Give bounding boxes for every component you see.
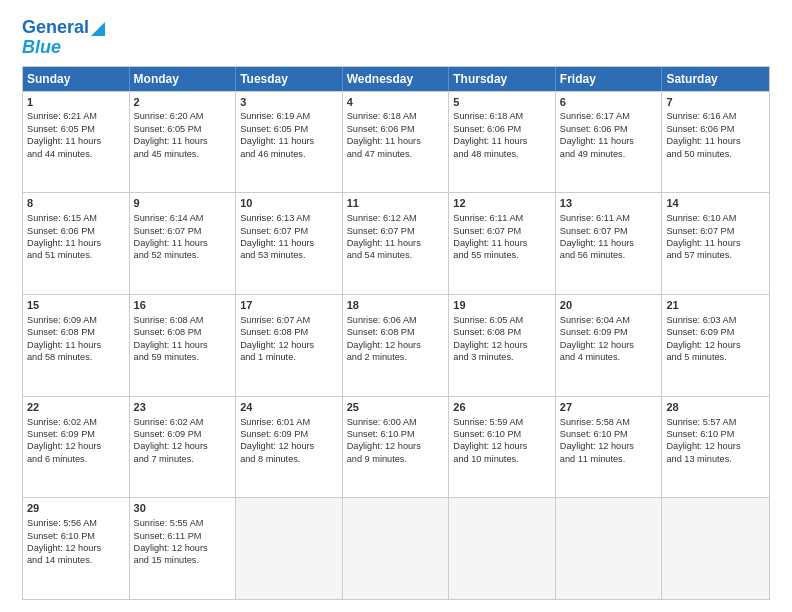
day-number: 4 [347,95,445,110]
calendar-cell: 5Sunrise: 6:18 AMSunset: 6:06 PMDaylight… [449,92,556,193]
day-info-line: Sunset: 6:10 PM [27,530,125,542]
day-number: 22 [27,400,125,415]
day-info-line: Sunrise: 5:55 AM [134,517,232,529]
day-number: 2 [134,95,232,110]
day-info-line: Sunrise: 6:03 AM [666,314,765,326]
calendar-cell: 13Sunrise: 6:11 AMSunset: 6:07 PMDayligh… [556,193,663,294]
day-info-line: Daylight: 11 hours [347,237,445,249]
day-number: 24 [240,400,338,415]
day-number: 10 [240,196,338,211]
day-info-line: Daylight: 12 hours [240,339,338,351]
day-info-line: Daylight: 12 hours [134,542,232,554]
day-info-line: Daylight: 12 hours [134,440,232,452]
day-info-line: Sunrise: 6:07 AM [240,314,338,326]
calendar: SundayMondayTuesdayWednesdayThursdayFrid… [22,66,770,600]
day-info-line: Sunset: 6:09 PM [666,326,765,338]
day-number: 18 [347,298,445,313]
day-info-line: Daylight: 12 hours [347,339,445,351]
calendar-cell: 28Sunrise: 5:57 AMSunset: 6:10 PMDayligh… [662,397,769,498]
logo-blue-text: Blue [22,38,61,58]
day-number: 16 [134,298,232,313]
calendar-cell: 2Sunrise: 6:20 AMSunset: 6:05 PMDaylight… [130,92,237,193]
calendar-cell: 18Sunrise: 6:06 AMSunset: 6:08 PMDayligh… [343,295,450,396]
calendar-row: 29Sunrise: 5:56 AMSunset: 6:10 PMDayligh… [23,497,769,599]
day-number: 30 [134,501,232,516]
day-info-line: Sunset: 6:08 PM [453,326,551,338]
calendar-cell [662,498,769,599]
day-info-line: Daylight: 11 hours [134,237,232,249]
calendar-cell: 3Sunrise: 6:19 AMSunset: 6:05 PMDaylight… [236,92,343,193]
day-info-line: and 4 minutes. [560,351,658,363]
calendar-row: 8Sunrise: 6:15 AMSunset: 6:06 PMDaylight… [23,192,769,294]
day-info-line: Sunset: 6:10 PM [560,428,658,440]
calendar-row: 1Sunrise: 6:21 AMSunset: 6:05 PMDaylight… [23,91,769,193]
day-info-line: Sunset: 6:07 PM [666,225,765,237]
day-info-line: Sunrise: 6:13 AM [240,212,338,224]
day-info-line: Sunset: 6:08 PM [347,326,445,338]
day-info-line: and 15 minutes. [134,554,232,566]
day-info-line: and 54 minutes. [347,249,445,261]
day-number: 12 [453,196,551,211]
day-info-line: and 52 minutes. [134,249,232,261]
day-info-line: Sunrise: 6:02 AM [27,416,125,428]
day-info-line: Daylight: 12 hours [27,542,125,554]
day-info-line: Sunrise: 6:12 AM [347,212,445,224]
day-info-line: and 59 minutes. [134,351,232,363]
calendar-cell: 8Sunrise: 6:15 AMSunset: 6:06 PMDaylight… [23,193,130,294]
day-info-line: Sunrise: 6:17 AM [560,110,658,122]
logo-text: General [22,18,89,38]
calendar-cell: 30Sunrise: 5:55 AMSunset: 6:11 PMDayligh… [130,498,237,599]
day-info-line: and 44 minutes. [27,148,125,160]
calendar-cell: 16Sunrise: 6:08 AMSunset: 6:08 PMDayligh… [130,295,237,396]
page: General Blue SundayMondayTuesdayWednesda… [0,0,792,612]
calendar-cell: 19Sunrise: 6:05 AMSunset: 6:08 PMDayligh… [449,295,556,396]
day-number: 21 [666,298,765,313]
day-info-line: Sunrise: 6:18 AM [453,110,551,122]
day-info-line: Sunrise: 6:06 AM [347,314,445,326]
header: General Blue [22,18,770,58]
logo-triangle-icon [91,22,105,36]
day-info-line: Sunrise: 6:04 AM [560,314,658,326]
day-info-line: Sunrise: 6:21 AM [27,110,125,122]
day-info-line: Sunrise: 6:09 AM [27,314,125,326]
day-info-line: and 57 minutes. [666,249,765,261]
day-info-line: Daylight: 11 hours [560,135,658,147]
day-info-line: Sunset: 6:10 PM [666,428,765,440]
day-info-line: Sunrise: 6:01 AM [240,416,338,428]
day-number: 8 [27,196,125,211]
day-info-line: Daylight: 11 hours [240,135,338,147]
day-number: 19 [453,298,551,313]
day-header-saturday: Saturday [662,67,769,91]
day-info-line: Sunset: 6:10 PM [347,428,445,440]
day-number: 29 [27,501,125,516]
day-info-line: Sunset: 6:08 PM [27,326,125,338]
day-info-line: Sunset: 6:06 PM [560,123,658,135]
day-info-line: and 58 minutes. [27,351,125,363]
day-header-wednesday: Wednesday [343,67,450,91]
day-info-line: Sunrise: 6:11 AM [560,212,658,224]
calendar-cell: 10Sunrise: 6:13 AMSunset: 6:07 PMDayligh… [236,193,343,294]
day-info-line: Daylight: 11 hours [666,237,765,249]
day-info-line: and 55 minutes. [453,249,551,261]
calendar-cell: 11Sunrise: 6:12 AMSunset: 6:07 PMDayligh… [343,193,450,294]
day-info-line: Daylight: 11 hours [240,237,338,249]
day-info-line: Daylight: 11 hours [134,135,232,147]
day-info-line: and 14 minutes. [27,554,125,566]
day-info-line: and 48 minutes. [453,148,551,160]
day-header-thursday: Thursday [449,67,556,91]
day-info-line: and 8 minutes. [240,453,338,465]
day-info-line: Sunset: 6:11 PM [134,530,232,542]
calendar-row: 22Sunrise: 6:02 AMSunset: 6:09 PMDayligh… [23,396,769,498]
day-info-line: Sunset: 6:06 PM [453,123,551,135]
day-info-line: Sunrise: 5:56 AM [27,517,125,529]
calendar-cell: 25Sunrise: 6:00 AMSunset: 6:10 PMDayligh… [343,397,450,498]
day-info-line: and 11 minutes. [560,453,658,465]
day-info-line: Sunrise: 5:57 AM [666,416,765,428]
day-number: 15 [27,298,125,313]
day-number: 13 [560,196,658,211]
day-info-line: and 5 minutes. [666,351,765,363]
day-number: 14 [666,196,765,211]
day-info-line: Sunrise: 6:05 AM [453,314,551,326]
calendar-cell: 1Sunrise: 6:21 AMSunset: 6:05 PMDaylight… [23,92,130,193]
calendar-cell [236,498,343,599]
